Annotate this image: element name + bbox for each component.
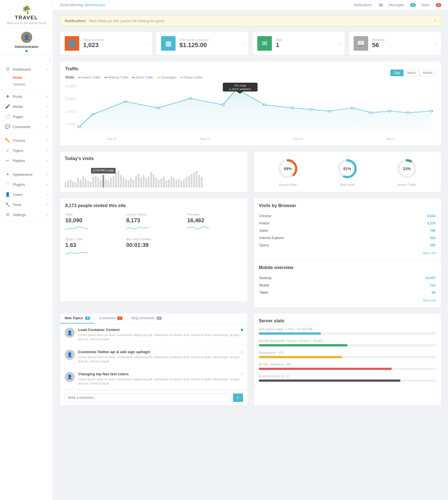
bar-item bbox=[198, 175, 200, 187]
topic-title-3: Changing top Nav text colors bbox=[78, 372, 241, 376]
sidebar-item-users[interactable]: 👤 Users ▾ bbox=[0, 189, 53, 200]
svg-point-10 bbox=[221, 104, 224, 106]
bar-item bbox=[201, 177, 202, 187]
svg-point-5 bbox=[78, 126, 81, 128]
greeting-user-link[interactable]: Administrator bbox=[84, 3, 105, 7]
table-row: Opera 105 bbox=[259, 242, 435, 249]
chevron-icon: ▾ bbox=[46, 115, 48, 118]
sidebar-item-replies[interactable]: ↩ Replies ▾ bbox=[0, 156, 53, 166]
notifications-badge: 0 bbox=[378, 3, 384, 7]
users-icon: 👤 bbox=[5, 192, 10, 197]
notification-title: Notification! bbox=[65, 19, 86, 23]
stat-info-visitors: Today's visitors 1,023 bbox=[83, 38, 104, 49]
sidebar-item-plugins[interactable]: ♡ Plugins ▾ bbox=[0, 179, 53, 189]
bar-item bbox=[128, 180, 129, 187]
top-bar: Good Morning Administrator Notifications… bbox=[53, 0, 448, 10]
stat-card-visitors[interactable]: 🌐 Today's visitors 1,023 › bbox=[60, 31, 152, 55]
bar-tooltip: 12:00 PM 3 visits bbox=[91, 168, 116, 173]
forums-icon: ✏️ bbox=[5, 138, 10, 143]
visitors-value: 1,023 bbox=[83, 41, 104, 49]
comment-input-bar: ✓ bbox=[60, 390, 248, 405]
bandwidth-progress-fill bbox=[259, 344, 347, 346]
stat-card-mail[interactable]: ✉ Mail 1 › bbox=[253, 31, 345, 55]
svg-text:2,000: 2,000 bbox=[65, 110, 76, 113]
topic-item-3: 👤 Changing top Nav text colors Lorem ips… bbox=[60, 368, 248, 390]
table-row: Tablet 86 bbox=[259, 289, 435, 296]
bar-item bbox=[70, 179, 71, 187]
bar-item bbox=[65, 182, 66, 187]
legend-today-color bbox=[180, 77, 183, 78]
pages-sparkline bbox=[65, 250, 88, 256]
topic-text-1: Lorem ipsum dolor sit amet, consectetur … bbox=[78, 333, 241, 342]
tab-comments[interactable]: Comments 1 bbox=[95, 313, 127, 323]
sidebar-item-topics[interactable]: ✓ Topics ▾ bbox=[0, 145, 53, 156]
stat-visits: Visits 10,090 bbox=[65, 213, 121, 232]
sidebar-item-pages[interactable]: 📄 Pages ▾ bbox=[0, 112, 53, 122]
browser-section: Visits by Browser Chrome 5,633 Firefox 3… bbox=[253, 198, 441, 260]
sidebar-toggle[interactable]: ‹ bbox=[0, 55, 53, 62]
donut-charts-card: 69% Bounce Rate 81% New Visits bbox=[253, 151, 441, 192]
server-stat-email: Email Accounts: 8 / 10 bbox=[259, 374, 436, 382]
users-label: Users bbox=[13, 193, 46, 197]
sidebar-item-posts[interactable]: ✚ Posts ▾ bbox=[0, 91, 53, 101]
close-notification-button[interactable]: × bbox=[434, 18, 437, 23]
bar-item bbox=[183, 179, 185, 187]
comment-submit-button[interactable]: ✓ bbox=[233, 393, 243, 402]
today-bar-chart: 12:00 PM 3 visits bbox=[65, 165, 243, 187]
pages-visit-value: 1.63 bbox=[65, 242, 121, 248]
legend-direct: Direct Traffic bbox=[132, 76, 153, 79]
topic-text-2: Lorem ipsum dolor sit amet, consectetur … bbox=[78, 355, 241, 364]
sidebar-item-dashboard[interactable]: ☰ Dashboard ▾ bbox=[0, 64, 53, 74]
svg-point-7 bbox=[124, 101, 127, 103]
tab-blog-comments[interactable]: Blog comments 0 bbox=[127, 313, 166, 323]
svg-point-18 bbox=[388, 110, 391, 112]
bar-item bbox=[75, 182, 76, 187]
x-label-2: Aug 22 bbox=[200, 137, 210, 140]
bar-item bbox=[110, 178, 112, 187]
sidebar-item-updates[interactable]: Updates bbox=[13, 81, 53, 88]
sidebar-item-settings[interactable]: ⚙ Settings ▾ bbox=[0, 210, 53, 220]
stat-card-revenue[interactable]: ▦ This month's revenue $1.125.00 › bbox=[156, 31, 249, 55]
mobile-more-info-link[interactable]: More info bbox=[259, 299, 436, 302]
traffic-title: Traffic bbox=[65, 66, 202, 71]
legend-today: Today's traffic bbox=[180, 76, 203, 79]
stat-info-bookings: Bookings 56 bbox=[372, 38, 385, 49]
sidebar-item-home[interactable]: Home bbox=[13, 74, 53, 81]
traffic-section: Traffic Visits Search Traffic Referral T… bbox=[60, 61, 441, 146]
toggle-icon[interactable]: ‹ bbox=[49, 56, 51, 61]
period-month-button[interactable]: Month bbox=[419, 70, 436, 76]
sidebar-item-appearance[interactable]: ✦ Appearance ▾ bbox=[0, 169, 53, 179]
legend-search-label: Search Traffic bbox=[82, 76, 101, 79]
sidebar-item-comments[interactable]: 💬 Comments ▾ bbox=[0, 122, 53, 132]
previews-label: Previews bbox=[187, 213, 242, 216]
legend-search-color bbox=[78, 77, 81, 78]
sidebar-item-tools[interactable]: 🔧 Tools ▾ bbox=[0, 200, 53, 210]
top-actions: Notifications 0 Messages 3 Tasks 6 bbox=[354, 3, 441, 7]
period-week-button[interactable]: Week bbox=[403, 70, 419, 76]
period-day-button[interactable]: Day bbox=[390, 70, 403, 76]
comment-input[interactable] bbox=[65, 393, 231, 402]
sidebar-item-media[interactable]: 🎤 Media ▾ bbox=[0, 101, 53, 112]
stat-card-bookings[interactable]: 📖 Bookings 56 › bbox=[349, 31, 441, 55]
chart-x-labels: Aug 15 Aug 22 Aug 29 Sep 5 bbox=[65, 136, 436, 140]
status-dot-empty bbox=[241, 351, 243, 353]
stat-arrow-icon: › bbox=[146, 41, 148, 46]
bar-item bbox=[158, 180, 160, 187]
svg-point-19 bbox=[407, 112, 410, 114]
topic-dot-3 bbox=[241, 373, 243, 375]
browser-more-info-link[interactable]: More info bbox=[259, 251, 436, 255]
topics-label: Topics bbox=[13, 149, 46, 153]
unique-visitors-label: Unique Visitors bbox=[126, 213, 182, 216]
svg-point-8 bbox=[157, 107, 159, 109]
pages-icon: 📄 bbox=[5, 114, 10, 119]
bar-item bbox=[82, 176, 84, 187]
x-label-1: Aug 15 bbox=[107, 137, 117, 140]
svg-point-13 bbox=[291, 107, 294, 109]
traffic-legend: Visits Search Traffic Referral Traffic bbox=[65, 75, 202, 79]
sidebar-item-forums[interactable]: ✏️ Forums ▾ bbox=[0, 135, 53, 145]
topic-dot-2 bbox=[241, 351, 243, 353]
media-label: Media bbox=[13, 105, 46, 109]
sql-progress bbox=[259, 368, 436, 370]
tab-new-topics[interactable]: New Topics 3 bbox=[60, 313, 95, 323]
stat-info-revenue: This month's revenue $1.125.00 bbox=[179, 38, 209, 49]
